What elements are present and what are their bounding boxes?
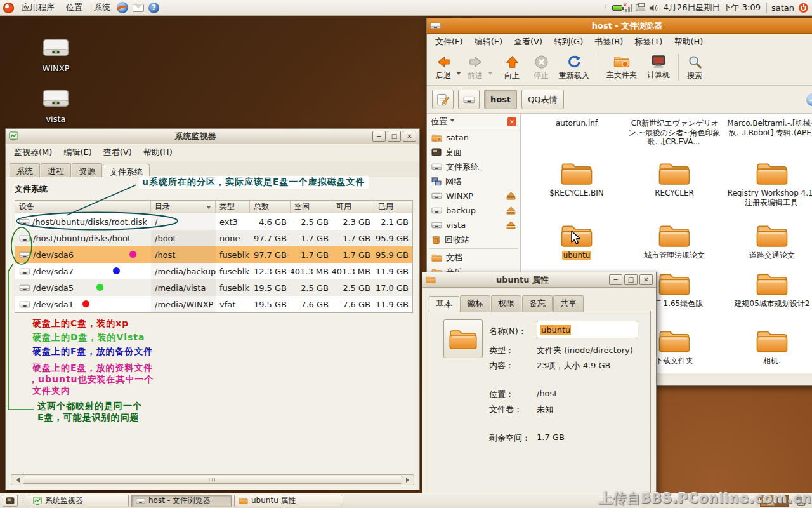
table-row[interactable]: /dev/sda1 /media/WINXP vfat 19.5 GB 7.6 … [15,296,412,312]
breadcrumb-root-button[interactable] [458,90,480,109]
desktop-icon-vista[interactable]: vista [21,86,91,124]
menu-help[interactable]: 帮助(H) [668,34,709,50]
taskbar-button-ubuntu-properties[interactable]: ubuntu 属性 [234,495,343,507]
file-browser-titlebar[interactable]: host - 文件浏览器 [427,18,812,34]
mail-launcher-icon[interactable] [133,4,144,12]
maximize-button[interactable]: □ [388,131,401,142]
menu-monitor[interactable]: 监视器(M) [8,145,58,160]
menu-tabs[interactable]: 标签(T) [629,34,668,50]
minimize-button[interactable]: ─ [372,131,386,142]
printer-icon[interactable] [636,4,645,11]
header-type[interactable]: 类型 [216,201,250,213]
file-item-planning[interactable]: 建规05城市规划设计2 [724,270,812,309]
system-monitor-titlebar[interactable]: 系统监视器 ─ □ ✕ [6,129,419,144]
volume-icon[interactable] [648,3,658,13]
applications-menu[interactable]: 应用程序 [16,0,60,15]
breadcrumb-host-button[interactable]: host [484,90,517,109]
menu-help[interactable]: 帮助(H) [138,145,178,160]
menu-edit[interactable]: 编辑(E) [469,34,508,50]
network-status-icon[interactable]: ✕ [625,4,632,12]
show-desktop-button[interactable] [3,495,18,507]
taskbar-button-file-browser[interactable]: host - 文件浏览器 [131,495,232,507]
system-menu[interactable]: 系统 [89,0,115,15]
header-used[interactable]: 已用 [374,201,412,213]
eject-icon[interactable] [506,206,516,215]
header-device[interactable]: 设备 [15,201,151,213]
forward-history-caret[interactable] [488,72,493,77]
desktop-icon-winxp[interactable]: WINXP [21,35,91,73]
file-item-autorun[interactable]: autorun.inf [529,119,624,128]
header-available[interactable]: 可用 [332,201,374,213]
menu-view[interactable]: 查看(V) [508,34,548,50]
maximize-button[interactable]: □ [624,274,638,285]
file-item-marco-beltrami[interactable]: Marco.Beltrami.-.[机械公敌.-.I.Robot].专辑.(AP… [724,119,812,137]
properties-titlebar[interactable]: ubuntu 属性 ─ □ ✕ [422,272,656,288]
table-row-selected[interactable]: /dev/sda6 /host fuseblk 97.7 GB 1.7 GB 1… [15,246,412,263]
toggle-location-entry-button[interactable] [432,90,454,109]
stop-button[interactable]: 停止 [528,52,554,83]
header-free[interactable]: 空闲 [291,201,332,213]
back-history-caret[interactable] [456,72,461,77]
eject-icon[interactable] [506,192,516,200]
sidebar-close-icon[interactable]: ✕ [508,117,516,126]
name-input[interactable]: ubuntu [537,321,638,338]
file-item-city-management[interactable]: 城市管理法规论文 [627,222,722,260]
file-item-camera[interactable]: 相机. [724,327,812,366]
tab-permissions[interactable]: 权限 [491,295,521,312]
tab-basic[interactable]: 基本 [429,296,459,312]
file-item-recycler[interactable]: RECYCLER [627,159,722,198]
sidebar-item-winxp[interactable]: WINXP [427,189,520,203]
menu-file[interactable]: 文件(F) [429,34,469,50]
breadcrumb-qq-button[interactable]: QQ表情 [521,90,563,109]
file-item-road-traffic[interactable]: 道路交通论文 [724,222,812,260]
clock[interactable]: 4月26日星期日 下午 3:09 [661,2,763,13]
forward-button[interactable]: 前进 [462,52,488,83]
header-directory[interactable]: 目录 [151,201,216,213]
tab-share[interactable]: 共享 [553,295,584,312]
minimize-button[interactable]: ─ [609,274,622,285]
back-button[interactable]: 后退 [431,52,456,83]
help-launcher-icon[interactable]: ? [148,3,159,13]
battery-icon[interactable] [612,5,622,11]
menu-bookmarks[interactable]: 书签(B) [589,34,629,50]
table-row[interactable]: /host/ubuntu/disks/boot /boot none 97.7 … [15,230,412,246]
up-button[interactable]: 向上 [499,52,525,83]
sidebar-item-desktop[interactable]: 桌面 [427,145,520,159]
search-button[interactable]: 搜索 [682,52,707,83]
zoom-out-button[interactable]: − [806,93,812,106]
sidebar-item-network[interactable]: 网络 [427,174,520,189]
sidebar-item-backup[interactable]: backup [427,203,520,218]
eject-icon[interactable] [506,221,516,229]
close-button[interactable]: ✕ [639,274,653,285]
file-item-registry-workshop[interactable]: Registry Workshop 4.10 注册表编辑工具 [724,159,812,207]
scroll-left-button[interactable] [11,475,22,485]
folder-icon-button[interactable] [443,319,483,358]
file-item-recycle-bin[interactable]: $RECYCLE.BIN [529,159,624,198]
computer-button[interactable]: 计算机 [642,52,675,83]
reload-button[interactable]: 重新载入 [554,52,594,83]
home-button[interactable]: 主文件夹 [601,52,642,83]
menu-edit[interactable]: 编辑(E) [58,145,97,160]
menu-go[interactable]: 转到(G) [548,34,589,50]
shutdown-icon[interactable] [799,3,808,13]
places-menu[interactable]: 位置 [61,0,88,15]
user-switcher[interactable]: satan [770,3,796,13]
table-row[interactable]: /dev/sda5 /media/vista fuseblk 19.5 GB 2… [15,279,412,296]
sidebar-header[interactable]: 位置 ✕ [427,114,520,130]
menu-view[interactable]: 查看(V) [98,145,138,160]
close-button[interactable]: ✕ [403,131,416,142]
table-row[interactable]: /dev/sda7 /media/backup fuseblk 12.3 GB … [15,263,412,279]
sidebar-item-filesystem[interactable]: 文件系统 [427,159,520,174]
firefox-launcher-icon[interactable] [117,2,128,13]
tab-emblems[interactable]: 徽标 [460,295,490,312]
taskbar-button-system-monitor[interactable]: 系统监视器 [29,495,129,507]
sidebar-item-trash[interactable]: 回收站 [427,232,520,247]
scrollbar-thumb[interactable] [23,476,402,484]
header-total[interactable]: 总数 [250,201,291,213]
sidebar-item-vista[interactable]: vista [427,218,520,232]
sidebar-item-home[interactable]: satan [427,130,520,145]
horizontal-scrollbar[interactable] [11,474,414,485]
tab-notes[interactable]: 备忘 [522,295,553,312]
file-item-cr-eva[interactable]: CR新世纪エヴァンゲリオン.~最後のシ者~角色印象歌.-.[CR.EVA... [627,119,722,147]
sidebar-item-documents[interactable]: 文档 [427,250,520,265]
